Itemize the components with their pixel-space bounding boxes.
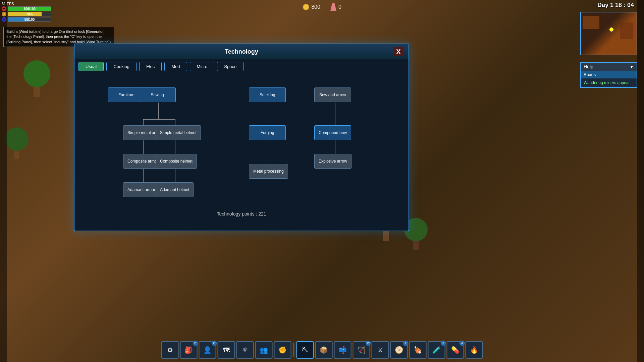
tab-usual[interactable]: Usual (78, 62, 104, 71)
toolbar-skills-btn[interactable]: ✊ (274, 341, 291, 359)
character-badge: C (212, 341, 217, 346)
tech-simple-metal-helmet[interactable]: Simple metal helmet (156, 125, 201, 140)
toolbar-fire-btn[interactable]: 🔥 (466, 341, 483, 359)
tree-1 (20, 60, 50, 97)
toolbar-box2-btn[interactable]: 📫 (334, 341, 352, 359)
population-display: 0 (330, 3, 341, 11)
food-icon: 🍖 (414, 346, 422, 354)
tech-smelting[interactable]: Smelting (249, 87, 286, 102)
toolbar-sword-btn[interactable]: ⚔ (372, 341, 389, 359)
tech-icon: ⚛ (242, 346, 248, 354)
toolbar-tech-btn[interactable]: ⚛ (236, 341, 254, 359)
coins-display: 800 (303, 4, 320, 10)
minimap-terrain-2 (620, 22, 633, 39)
tree-2 (3, 127, 29, 159)
coin-icon (303, 4, 309, 10)
minimap-terrain-1 (583, 16, 599, 29)
toolbar-settings-btn[interactable]: ⚙ (161, 341, 179, 359)
modal-tabs: Usual Cooking Elec Med Micro Space (74, 59, 409, 74)
tech-points: Technology points : 221 (74, 211, 409, 217)
fps-counter: 61 FPS (2, 2, 51, 6)
map-icon: 🗺 (223, 346, 230, 354)
tab-space[interactable]: Space (217, 62, 244, 71)
fire-icon: 🔥 (470, 346, 478, 354)
health-bar-text: 100/100 (8, 7, 51, 11)
toolbar-social-btn[interactable]: 👥 (255, 341, 273, 359)
edge-shadow-right (637, 0, 644, 362)
bread-badge: 2 (403, 341, 409, 346)
tech-adamant-helmet[interactable]: Adamant helmet (156, 182, 194, 197)
toolbar-bread-btn[interactable]: 🫓 2 (390, 341, 408, 359)
tech-bow-arrow[interactable]: Bow and arrow (314, 87, 351, 102)
pill-badge: 4 (460, 341, 465, 346)
help-content-text: Boxes (584, 72, 596, 77)
modal-close-button[interactable]: X (394, 47, 403, 56)
social-icon: 👥 (260, 346, 268, 354)
hud-stats: 61 FPS ❤ 100/100 ⚡ 78% ✦ 50/100 (2, 2, 51, 22)
health-bar: 100/100 (8, 6, 51, 11)
toolbar-chest-btn[interactable]: 📦 (315, 341, 333, 359)
person-icon (330, 3, 336, 11)
toolbar-map-btn[interactable]: 🗺 (218, 341, 235, 359)
bread-icon: 🫓 (395, 346, 403, 354)
minimap: (x77 y81) (580, 12, 637, 55)
toolbar-ammo-btn[interactable]: 🏹 12 (353, 341, 370, 359)
potion-badge: 5 (441, 341, 446, 346)
mana-icon: ✦ (2, 17, 6, 22)
tech-composite-helmet[interactable]: Composite helmet (156, 154, 197, 169)
toolbar-food-btn[interactable]: 🍖 (409, 341, 427, 359)
tech-forging[interactable]: Forging (249, 125, 286, 140)
ammo-icon: 🏹 (357, 346, 366, 354)
help-notification: Wandering miners appear (581, 78, 637, 87)
tab-micro[interactable]: Micro (190, 62, 215, 71)
health-icon: ❤ (2, 6, 6, 11)
tab-med[interactable]: Med (164, 62, 187, 71)
modal-body: Furniture Sewing Simple metal armor Simp… (74, 74, 409, 222)
toolbar-inventory-btn[interactable]: 🎒 B (180, 341, 198, 359)
help-title: Help (584, 64, 593, 69)
sword-icon: ⚔ (377, 346, 383, 354)
modal-title: Technology (89, 48, 394, 55)
bottom-toolbar: ⚙ 🎒 B 👤 C 🗺 ⚛ 👥 ✊ ⛏ 📦 📫 🏹 12 ⚔ 🫓 2 🍖 (161, 341, 483, 359)
toolbar-divider (293, 343, 294, 357)
tech-metal-processing[interactable]: Metal processing (249, 164, 288, 179)
tech-sewing[interactable]: Sewing (139, 87, 176, 102)
help-header: Help ▼ (581, 63, 637, 71)
stamina-icon: ⚡ (2, 12, 6, 16)
minimap-content (581, 12, 637, 55)
technology-modal[interactable]: Technology X Usual Cooking Elec Med Micr… (74, 44, 409, 231)
edge-shadow-left (0, 0, 7, 362)
help-panel: Help ▼ Boxes Wandering miners appear (580, 62, 637, 88)
box2-icon: 📫 (338, 346, 347, 354)
potion-icon: 🧪 (432, 346, 441, 354)
coins-value: 800 (311, 4, 320, 10)
inventory-badge: B (193, 341, 198, 346)
inventory-icon: 🎒 (184, 346, 193, 354)
settings-icon: ⚙ (167, 346, 173, 354)
tooltip-text: Build a [Wind turbine] to charge Oro (fi… (6, 29, 111, 44)
modal-header: Technology X (74, 44, 409, 59)
tech-tree: Furniture Sewing Simple metal armor Simp… (81, 81, 402, 215)
tech-adamant-armor[interactable]: Adamant armor (123, 182, 160, 197)
tab-cooking[interactable]: Cooking (106, 62, 137, 71)
mana-bar: 50/100 (8, 17, 51, 22)
population-value: 0 (338, 4, 341, 10)
toolbar-potion-btn[interactable]: 🧪 5 (428, 341, 445, 359)
stamina-bar: 78% (8, 12, 51, 16)
pickaxe-icon: ⛏ (302, 346, 309, 354)
help-dropdown-icon[interactable]: ▼ (629, 64, 634, 69)
mana-bar-text: 50/100 (8, 17, 51, 22)
pill-icon: 💊 (451, 346, 460, 354)
help-content: Boxes (581, 71, 637, 78)
minimap-player (609, 27, 613, 32)
character-icon: 👤 (203, 346, 212, 354)
skills-icon: ✊ (278, 346, 287, 354)
chest-icon: 📦 (320, 346, 328, 354)
toolbar-pill-btn[interactable]: 💊 4 (447, 341, 464, 359)
toolbar-character-btn[interactable]: 👤 C (199, 341, 216, 359)
tech-explosive-arrow[interactable]: Explosive arrow (314, 154, 352, 169)
tech-compound-bow[interactable]: Compound bow (314, 125, 351, 140)
stamina-bar-text: 78% (8, 12, 51, 17)
tab-elec[interactable]: Elec (139, 62, 162, 71)
toolbar-pickaxe-btn[interactable]: ⛏ (297, 341, 314, 359)
